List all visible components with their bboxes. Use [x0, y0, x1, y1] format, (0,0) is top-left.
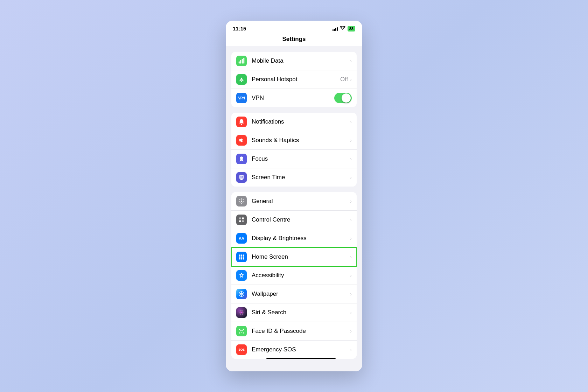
siri-chevron: › — [350, 310, 352, 315]
accessibility-label: Accessibility — [252, 272, 350, 279]
status-bar: 11:15 88 — [226, 21, 362, 34]
face-id-chevron: › — [350, 328, 352, 334]
svg-rect-25 — [239, 258, 240, 260]
settings-row-display[interactable]: AA Display & Brightness › — [231, 229, 357, 248]
svg-rect-36 — [243, 332, 244, 334]
screen-time-label: Screen Time — [252, 174, 350, 181]
home-screen-label: Home Screen — [252, 253, 350, 260]
settings-row-siri[interactable]: Siri & Search › — [231, 303, 357, 322]
siri-icon — [236, 307, 247, 318]
emergency-sos-chevron: › — [350, 347, 352, 352]
display-icon: AA — [236, 233, 247, 244]
settings-row-general[interactable]: General › — [231, 192, 357, 211]
face-id-icon — [236, 326, 247, 336]
svg-point-5 — [241, 81, 242, 82]
settings-row-screen-time[interactable]: Screen Time › — [231, 168, 357, 187]
vpn-label: VPN — [252, 94, 334, 102]
general-icon — [236, 196, 247, 206]
settings-row-mobile-data[interactable]: Mobile Data › — [231, 52, 357, 70]
mobile-data-chevron: › — [350, 58, 352, 64]
status-icons: 88 — [332, 26, 355, 31]
svg-rect-20 — [241, 254, 243, 256]
general-section: General › Control Centre › — [226, 192, 362, 371]
settings-row-sounds[interactable]: Sounds & Haptics › — [231, 131, 357, 150]
svg-marker-7 — [239, 138, 242, 142]
focus-chevron: › — [350, 156, 352, 162]
svg-rect-13 — [242, 176, 243, 178]
personal-hotspot-label: Personal Hotspot — [252, 76, 340, 83]
notifications-section-card: Notifications › Sounds & Haptics › — [231, 113, 357, 187]
svg-point-4 — [241, 78, 243, 79]
svg-rect-9 — [240, 179, 243, 180]
settings-row-notifications[interactable]: Notifications › — [231, 113, 357, 131]
emergency-sos-label: Emergency SOS — [252, 346, 350, 353]
general-label: General — [252, 198, 350, 205]
svg-rect-19 — [239, 254, 240, 256]
wifi-icon — [340, 26, 345, 31]
settings-row-vpn[interactable]: VPN VPN — [231, 89, 357, 107]
svg-rect-17 — [239, 220, 241, 222]
svg-rect-22 — [239, 257, 240, 258]
status-time: 11:15 — [233, 26, 246, 31]
signal-bar-4 — [337, 27, 338, 31]
signal-bar-1 — [332, 29, 334, 31]
sounds-icon — [236, 135, 247, 146]
settings-row-accessibility[interactable]: Accessibility › — [231, 266, 357, 285]
svg-rect-16 — [242, 217, 244, 219]
svg-rect-15 — [239, 217, 241, 219]
face-id-label: Face ID & Passcode — [252, 328, 350, 335]
accessibility-chevron: › — [350, 273, 352, 278]
general-chevron: › — [350, 198, 352, 204]
settings-row-emergency-sos[interactable]: SOS Emergency SOS › — [231, 341, 357, 359]
svg-rect-33 — [239, 329, 240, 330]
control-centre-icon — [236, 215, 247, 225]
page-title-bar: Settings — [226, 34, 362, 46]
focus-label: Focus — [252, 155, 350, 162]
notifications-chevron: › — [350, 119, 352, 125]
svg-rect-18 — [242, 220, 244, 222]
settings-row-focus[interactable]: Focus › — [231, 150, 357, 168]
notifications-section: Notifications › Sounds & Haptics › — [226, 113, 362, 187]
signal-bar-2 — [334, 29, 335, 31]
svg-rect-21 — [243, 254, 244, 256]
personal-hotspot-chevron: › — [350, 77, 352, 82]
signal-icon — [332, 27, 338, 31]
svg-rect-35 — [239, 332, 240, 334]
page-title: Settings — [282, 36, 306, 42]
svg-point-14 — [241, 201, 243, 202]
vpn-icon: VPN — [236, 93, 247, 103]
battery-icon: 88 — [348, 26, 355, 31]
general-section-card: General › Control Centre › — [231, 192, 357, 359]
svg-rect-24 — [243, 257, 244, 258]
settings-row-control-centre[interactable]: Control Centre › — [231, 211, 357, 229]
accessibility-icon — [236, 270, 247, 281]
mobile-data-label: Mobile Data — [252, 57, 350, 64]
svg-rect-10 — [240, 180, 243, 180]
focus-icon — [236, 154, 247, 164]
svg-point-28 — [241, 273, 242, 274]
settings-row-personal-hotspot[interactable]: Personal Hotspot Off › — [231, 70, 357, 89]
settings-row-face-id[interactable]: Face ID & Passcode › — [231, 322, 357, 341]
display-chevron: › — [350, 236, 352, 241]
control-centre-chevron: › — [350, 217, 352, 223]
wallpaper-chevron: › — [350, 291, 352, 297]
screen-time-chevron: › — [350, 175, 352, 180]
svg-rect-1 — [240, 60, 241, 64]
vpn-toggle[interactable] — [334, 93, 352, 103]
siri-label: Siri & Search — [252, 309, 350, 316]
sounds-chevron: › — [350, 138, 352, 143]
display-label: Display & Brightness — [252, 235, 350, 242]
settings-row-wallpaper[interactable]: Wallpaper › — [231, 285, 357, 303]
svg-rect-0 — [239, 62, 240, 64]
emergency-sos-icon: SOS — [236, 344, 247, 355]
svg-rect-3 — [243, 58, 244, 64]
settings-row-home-screen[interactable]: Home Screen › — [231, 248, 357, 266]
svg-rect-2 — [242, 59, 243, 64]
svg-rect-34 — [243, 329, 244, 330]
notifications-label: Notifications — [252, 118, 350, 125]
svg-rect-23 — [241, 257, 243, 258]
personal-hotspot-value: Off — [340, 76, 348, 83]
notifications-icon — [236, 117, 247, 127]
wallpaper-label: Wallpaper — [252, 290, 350, 298]
sounds-label: Sounds & Haptics — [252, 137, 350, 144]
